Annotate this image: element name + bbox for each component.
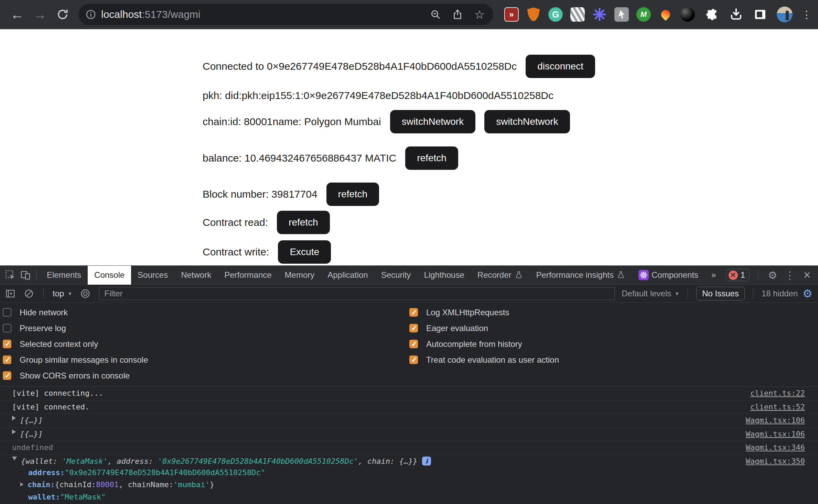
tab-elements[interactable]: Elements [40, 266, 88, 285]
collapse-icon[interactable] [12, 457, 17, 460]
tab-security[interactable]: Security [375, 266, 418, 285]
tab-network[interactable]: Network [174, 266, 218, 285]
setting-preserve-log[interactable]: Preserve log [3, 323, 409, 333]
source-link[interactable]: Wagmi.tsx:346 [739, 443, 805, 453]
setting-log-xmlhttprequests[interactable]: Log XMLHttpRequests [409, 307, 559, 318]
burst-extension-icon[interactable] [592, 7, 607, 22]
zoom-out-icon[interactable] [429, 8, 442, 21]
setting-selected-context-only[interactable]: Selected context only [3, 339, 409, 349]
devtools-panel: Elements Console Sources Network Perform… [0, 265, 818, 504]
source-link[interactable]: client.ts:52 [743, 402, 805, 412]
checkbox[interactable] [3, 371, 11, 380]
console-sidebar-icon[interactable] [3, 287, 18, 300]
tab-sources[interactable]: Sources [131, 266, 174, 285]
hidden-messages-count: 18 hidden [762, 289, 798, 298]
source-link[interactable]: Wagmi.tsx:106 [739, 429, 805, 439]
object-preview[interactable]: {wallet: 'MetaMask', address: '0x9e26774… [21, 457, 417, 467]
tab-console[interactable]: Console [88, 266, 131, 285]
balance-text: balance: 10.469432467656886437 MATIC [203, 152, 396, 164]
tab-components[interactable]: Components [632, 266, 705, 285]
checkbox[interactable] [409, 340, 418, 348]
no-issues-button[interactable]: No Issues [696, 287, 745, 300]
tab-memory[interactable]: Memory [278, 266, 321, 285]
switch-network-button-2[interactable]: switchNetwork [484, 110, 570, 133]
setting-autocomplete-history[interactable]: Autocomplete from history [409, 339, 559, 349]
setting-group-similar[interactable]: Group similar messages in console [3, 354, 409, 365]
disconnect-button[interactable]: disconnect [526, 55, 595, 78]
site-info-icon[interactable] [85, 9, 96, 20]
extensions-puzzle-icon[interactable] [704, 7, 720, 22]
tab-application[interactable]: Application [321, 266, 374, 285]
setting-hide-network[interactable]: Hide network [3, 307, 409, 318]
tab-lighthouse[interactable]: Lighthouse [417, 266, 471, 285]
devtools-settings-gear-icon[interactable]: ⚙ [766, 269, 779, 281]
connected-address-text: Connected to 0×9e267749E478eD528b4A1F40b… [203, 61, 517, 72]
grammarly-extension-icon[interactable]: G [548, 7, 563, 22]
clear-console-icon[interactable] [21, 287, 36, 300]
checkbox[interactable] [409, 324, 418, 332]
console-toolbar: top▼ Default levels▼ No Issues 18 hidden… [0, 285, 818, 303]
context-selector[interactable]: top▼ [51, 289, 74, 298]
contract-write-execute-button[interactable]: Excute [278, 240, 331, 264]
chain-info-text: chain:id: 80001name: Polygon Mumbai [203, 116, 381, 128]
balance-refetch-button[interactable]: refetch [405, 146, 458, 170]
source-link[interactable]: Wagmi.tsx:350 [739, 457, 805, 467]
fast-forward-extension-icon[interactable]: » [504, 7, 519, 22]
contract-read-label: Contract read: [203, 217, 268, 228]
tab-recorder[interactable]: Recorder [471, 266, 530, 285]
checkbox[interactable] [3, 324, 11, 332]
error-count-badge[interactable]: ✕ 1 [726, 269, 750, 281]
m-extension-icon[interactable]: M [636, 7, 651, 22]
source-link[interactable]: client.ts:22 [743, 388, 805, 398]
object-prop-wallet: wallet: "MetaMask" [20, 492, 739, 502]
console-row-undefined: undefined Wagmi.tsx:346 [0, 441, 818, 455]
console-settings-gear-icon[interactable]: ⚙ [803, 287, 812, 300]
expander-icon[interactable] [12, 429, 16, 434]
source-link[interactable]: Wagmi.tsx:106 [739, 416, 805, 426]
contract-read-refetch-button[interactable]: refetch [277, 211, 330, 234]
stripes-extension-icon[interactable] [570, 7, 585, 22]
tab-performance[interactable]: Performance [218, 266, 278, 285]
tab-performance-insights[interactable]: Performance insights [530, 266, 632, 285]
sphere-extension-icon[interactable] [680, 7, 695, 22]
checkbox[interactable] [409, 355, 418, 364]
devtools-close-icon[interactable]: × [801, 269, 813, 281]
device-toolbar-icon[interactable] [18, 268, 33, 282]
checkbox[interactable] [3, 340, 11, 348]
live-expression-eye-icon[interactable] [78, 287, 93, 300]
url-bar[interactable]: localhost:5173/wagmi ☆ [78, 4, 493, 25]
console-row-wallet-object: {wallet: 'MetaMask', address: '0x9e26774… [0, 455, 818, 504]
bookmark-star-icon[interactable]: ☆ [473, 8, 486, 21]
pointer-extension-icon[interactable] [614, 7, 629, 22]
flame-extension-icon[interactable] [658, 7, 673, 22]
metamask-extension-icon[interactable] [526, 7, 541, 22]
forward-icon[interactable]: → [30, 5, 50, 24]
inspect-element-icon[interactable] [3, 268, 18, 282]
console-filter-input[interactable] [99, 287, 615, 300]
error-icon: ✕ [729, 271, 738, 280]
back-icon[interactable]: ← [8, 5, 27, 24]
reload-icon[interactable] [53, 5, 72, 24]
checkbox[interactable] [3, 355, 11, 364]
block-number-text: Block number: 39817704 [203, 188, 317, 200]
switch-network-button-1[interactable]: switchNetwork [390, 110, 475, 133]
info-icon[interactable]: i [422, 457, 431, 465]
side-panel-icon[interactable] [753, 7, 768, 22]
checkbox[interactable] [3, 308, 11, 317]
log-levels-dropdown[interactable]: Default levels▼ [622, 289, 679, 298]
block-refetch-button[interactable]: refetch [326, 183, 379, 206]
checkbox[interactable] [409, 308, 418, 317]
object-prop-address: address: "0x9e267749E478eD528b4A1F40bD60… [20, 468, 739, 478]
devtools-menu-icon[interactable]: ⋮ [784, 269, 796, 281]
downloads-icon[interactable] [729, 7, 744, 22]
setting-eager-evaluation[interactable]: Eager evaluation [409, 323, 559, 333]
expander-icon[interactable] [12, 416, 16, 420]
setting-show-cors-errors[interactable]: Show CORS errors in console [3, 370, 409, 381]
profile-avatar[interactable] [777, 7, 793, 22]
expander-icon[interactable] [20, 482, 23, 486]
browser-menu-icon[interactable]: ⋮ [801, 9, 812, 21]
setting-treat-code-eval[interactable]: Treat code evaluation as user action [409, 354, 559, 365]
share-icon[interactable] [451, 8, 464, 21]
more-tabs-chevron-icon[interactable]: » [705, 266, 722, 285]
browser-window: ← → localhost:5173/wagmi ☆ » G [0, 0, 818, 504]
